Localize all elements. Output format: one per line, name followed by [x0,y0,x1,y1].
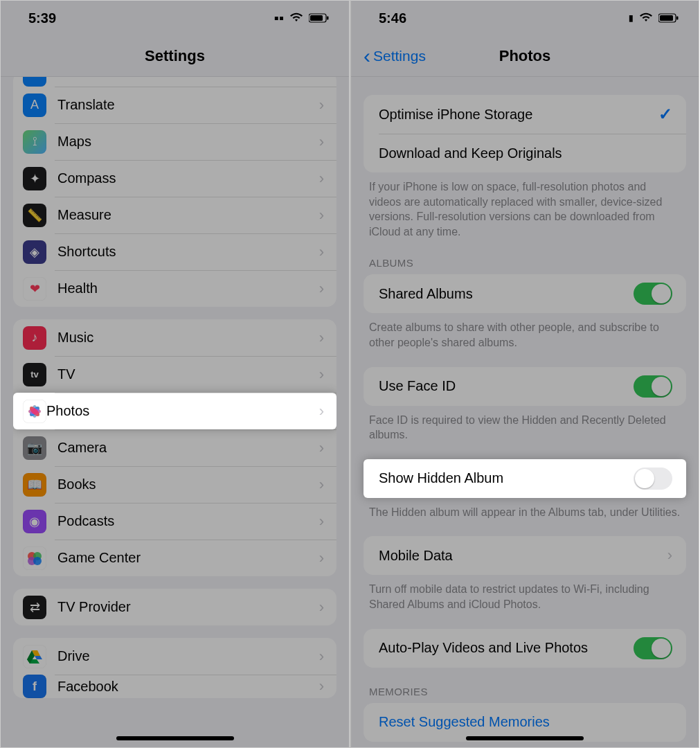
settings-item-maps[interactable]: ⟟Maps› [13,123,336,160]
toggle-autoplay[interactable]: Auto-Play Videos and Live Photos [364,629,686,668]
back-button[interactable]: ‹ Settings [364,35,426,76]
section-header-memories: MEMORIES [351,668,699,703]
list-item[interactable] [13,77,336,87]
page-title: Settings [145,47,205,65]
page-title: Photos [499,47,551,65]
switch-on-icon[interactable] [634,637,672,659]
footer-text: If your iPhone is low on space, full-res… [351,172,699,239]
chevron-right-icon: › [319,366,324,384]
settings-screen: 5:39 ▪▪ Settings ATranslate› ⟟Maps› ✦Com… [0,0,350,748]
settings-item-drive[interactable]: Drive› [13,638,336,675]
photos-settings-screen: 5:46 ▮ ‹ Settings Photos Optimise iPhone… [350,0,699,748]
svg-point-14 [33,557,42,565]
svg-rect-22 [676,16,679,19]
footer-text: Face ID is required to view the Hidden a… [351,406,699,443]
settings-item-tvprovider[interactable]: ⇄TV Provider› [13,589,336,625]
toggle-show-hidden-album[interactable]: Show Hidden Album [364,459,686,498]
footer-text: The Hidden album will appear in the Albu… [351,498,699,520]
chevron-right-icon: › [319,476,324,494]
maps-icon: ⟟ [23,130,46,154]
shortcuts-icon: ◈ [23,240,46,264]
chevron-right-icon: › [319,549,324,567]
books-icon: 📖 [23,473,46,497]
settings-item-camera[interactable]: 📷Camera› [13,429,336,466]
switch-on-icon[interactable] [634,283,672,305]
settings-item-shortcuts[interactable]: ◈Shortcuts› [13,233,336,270]
chevron-right-icon: › [319,280,324,298]
option-optimise-storage[interactable]: Optimise iPhone Storage ✓ [364,95,686,134]
section-header-albums: ALBUMS [351,239,699,274]
settings-item-health[interactable]: ❤Health› [13,270,336,307]
checkmark-icon: ✓ [658,105,672,124]
option-download-originals[interactable]: Download and Keep Originals [364,134,686,172]
chevron-right-icon: › [319,677,324,695]
settings-item-measure[interactable]: 📏Measure› [13,197,336,233]
camera-icon: 📷 [23,436,46,460]
nav-bar: ‹ Settings Photos [351,35,699,77]
measure-icon: 📏 [23,204,46,227]
status-time: 5:46 [379,10,406,26]
status-time: 5:39 [28,10,56,26]
podcasts-icon: ◉ [23,510,46,533]
chevron-right-icon: › [319,206,324,224]
chevron-right-icon: › [319,170,324,188]
settings-item-podcasts[interactable]: ◉Podcasts› [13,503,336,540]
settings-item-facebook[interactable]: fFacebook› [13,675,336,698]
chevron-right-icon: › [319,598,324,616]
drive-icon [23,645,46,668]
translate-icon: A [23,93,46,117]
svg-marker-17 [35,656,42,659]
toggle-shared-albums[interactable]: Shared Albums [364,274,686,313]
home-indicator[interactable] [116,736,234,740]
battery-icon [658,10,679,26]
chevron-right-icon: › [319,243,324,261]
nav-bar: Settings [1,35,349,77]
settings-item-compass[interactable]: ✦Compass› [13,160,336,197]
chevron-right-icon: › [319,402,324,420]
facebook-icon: f [23,675,46,698]
footer-text: Create albums to share with other people… [351,313,699,350]
chevron-left-icon: ‹ [364,44,370,68]
settings-item-translate[interactable]: ATranslate› [13,87,336,123]
chevron-right-icon: › [667,546,672,564]
settings-item-tv[interactable]: tvTV› [13,356,336,393]
switch-on-icon[interactable] [634,375,672,398]
settings-item-books[interactable]: 📖Books› [13,466,336,503]
health-icon: ❤ [23,277,46,301]
settings-item-gamecenter[interactable]: Game Center› [13,540,336,576]
wifi-icon [289,10,303,26]
chevron-right-icon: › [319,648,324,666]
status-bar: 5:39 ▪▪ [1,1,349,35]
tvprovider-icon: ⇄ [23,596,46,619]
chevron-right-icon: › [319,133,324,151]
signal-icon: ▮ [629,13,634,23]
signal-icon: ▪▪ [274,10,284,26]
chevron-right-icon: › [319,439,324,457]
photos-icon [23,400,46,423]
chevron-right-icon: › [319,513,324,531]
toggle-use-faceid[interactable]: Use Face ID [364,367,686,406]
compass-icon: ✦ [23,167,46,190]
home-indicator[interactable] [466,736,584,740]
switch-off-icon[interactable] [634,467,672,490]
settings-item-photos[interactable]: Photos› [13,393,336,429]
wifi-icon [639,10,653,26]
gamecenter-icon [23,546,46,570]
tv-icon: tv [23,363,46,386]
svg-rect-1 [310,15,323,21]
music-icon: ♪ [23,326,46,350]
status-bar: 5:46 ▮ [351,1,699,35]
footer-text: Turn off mobile data to restrict updates… [351,575,699,612]
svg-rect-21 [660,15,673,21]
nav-mobile-data[interactable]: Mobile Data › [364,536,686,575]
chevron-right-icon: › [319,329,324,347]
app-icon [23,77,46,87]
svg-rect-2 [327,16,329,19]
settings-item-music[interactable]: ♪Music› [13,319,336,356]
battery-icon [309,10,330,26]
chevron-right-icon: › [319,96,324,114]
